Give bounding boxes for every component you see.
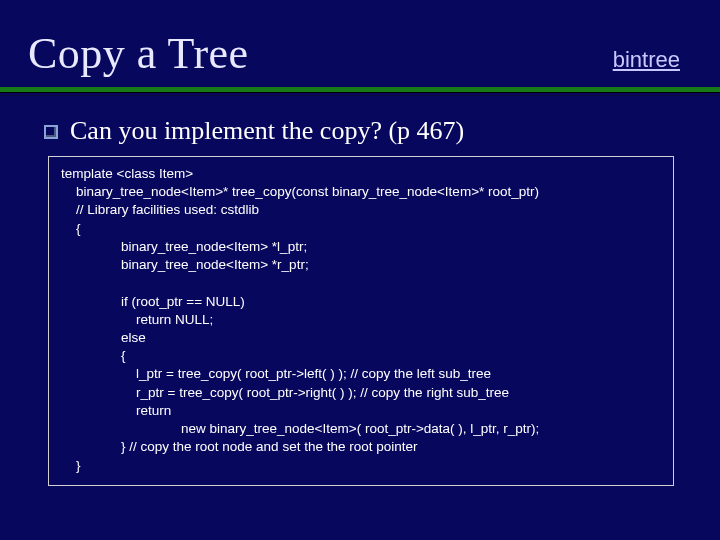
bullet-line: Can you implement the copy? (p 467) [44,116,684,146]
title-row: Copy a Tree bintree [0,0,720,87]
content-area: Can you implement the copy? (p 467) temp… [0,96,720,486]
slide-title: Copy a Tree [28,28,249,79]
code-box: template <class Item> binary_tree_node<I… [48,156,674,486]
bullet-text: Can you implement the copy? (p 467) [70,116,464,146]
slide: Copy a Tree bintree Can you implement th… [0,0,720,540]
divider-bar [0,87,720,93]
bintree-link[interactable]: bintree [613,47,680,79]
bullet-square-icon [44,125,58,139]
